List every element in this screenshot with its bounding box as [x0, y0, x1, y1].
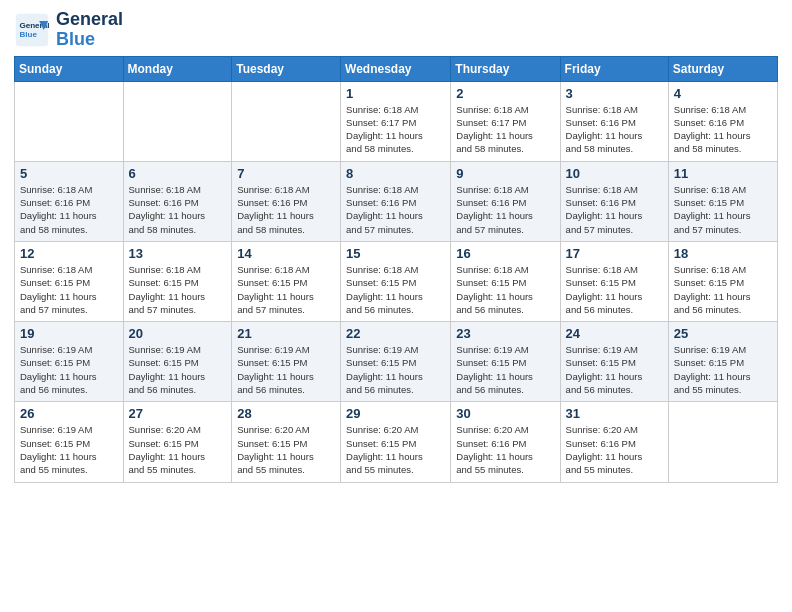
day-info: Sunrise: 6:18 AM Sunset: 6:16 PM Dayligh…: [566, 103, 663, 156]
calendar-week-3: 12Sunrise: 6:18 AM Sunset: 6:15 PM Dayli…: [15, 241, 778, 321]
day-info: Sunrise: 6:19 AM Sunset: 6:15 PM Dayligh…: [346, 343, 445, 396]
calendar: SundayMondayTuesdayWednesdayThursdayFrid…: [14, 56, 778, 483]
calendar-cell: 13Sunrise: 6:18 AM Sunset: 6:15 PM Dayli…: [123, 241, 232, 321]
day-info: Sunrise: 6:18 AM Sunset: 6:16 PM Dayligh…: [237, 183, 335, 236]
day-number: 24: [566, 326, 663, 341]
day-info: Sunrise: 6:19 AM Sunset: 6:15 PM Dayligh…: [20, 343, 118, 396]
calendar-cell: 12Sunrise: 6:18 AM Sunset: 6:15 PM Dayli…: [15, 241, 124, 321]
calendar-cell: 5Sunrise: 6:18 AM Sunset: 6:16 PM Daylig…: [15, 161, 124, 241]
calendar-cell: 2Sunrise: 6:18 AM Sunset: 6:17 PM Daylig…: [451, 81, 560, 161]
day-info: Sunrise: 6:18 AM Sunset: 6:16 PM Dayligh…: [674, 103, 772, 156]
day-info: Sunrise: 6:18 AM Sunset: 6:15 PM Dayligh…: [346, 263, 445, 316]
day-number: 28: [237, 406, 335, 421]
calendar-cell: 3Sunrise: 6:18 AM Sunset: 6:16 PM Daylig…: [560, 81, 668, 161]
calendar-header-row: SundayMondayTuesdayWednesdayThursdayFrid…: [15, 56, 778, 81]
calendar-cell: 15Sunrise: 6:18 AM Sunset: 6:15 PM Dayli…: [341, 241, 451, 321]
day-number: 8: [346, 166, 445, 181]
day-info: Sunrise: 6:18 AM Sunset: 6:15 PM Dayligh…: [456, 263, 554, 316]
day-number: 31: [566, 406, 663, 421]
day-number: 3: [566, 86, 663, 101]
day-number: 17: [566, 246, 663, 261]
day-number: 14: [237, 246, 335, 261]
day-number: 11: [674, 166, 772, 181]
weekday-header-tuesday: Tuesday: [232, 56, 341, 81]
weekday-header-friday: Friday: [560, 56, 668, 81]
calendar-cell: 14Sunrise: 6:18 AM Sunset: 6:15 PM Dayli…: [232, 241, 341, 321]
calendar-cell: 31Sunrise: 6:20 AM Sunset: 6:16 PM Dayli…: [560, 402, 668, 482]
calendar-cell: [15, 81, 124, 161]
day-info: Sunrise: 6:19 AM Sunset: 6:15 PM Dayligh…: [456, 343, 554, 396]
calendar-cell: 29Sunrise: 6:20 AM Sunset: 6:15 PM Dayli…: [341, 402, 451, 482]
day-number: 15: [346, 246, 445, 261]
calendar-cell: 18Sunrise: 6:18 AM Sunset: 6:15 PM Dayli…: [668, 241, 777, 321]
day-info: Sunrise: 6:19 AM Sunset: 6:15 PM Dayligh…: [20, 423, 118, 476]
day-info: Sunrise: 6:20 AM Sunset: 6:16 PM Dayligh…: [456, 423, 554, 476]
day-info: Sunrise: 6:19 AM Sunset: 6:15 PM Dayligh…: [237, 343, 335, 396]
calendar-cell: 25Sunrise: 6:19 AM Sunset: 6:15 PM Dayli…: [668, 322, 777, 402]
calendar-cell: 4Sunrise: 6:18 AM Sunset: 6:16 PM Daylig…: [668, 81, 777, 161]
day-number: 18: [674, 246, 772, 261]
day-info: Sunrise: 6:18 AM Sunset: 6:15 PM Dayligh…: [20, 263, 118, 316]
logo-icon: General Blue: [14, 12, 50, 48]
day-number: 4: [674, 86, 772, 101]
calendar-cell: [232, 81, 341, 161]
calendar-cell: 8Sunrise: 6:18 AM Sunset: 6:16 PM Daylig…: [341, 161, 451, 241]
day-info: Sunrise: 6:18 AM Sunset: 6:15 PM Dayligh…: [237, 263, 335, 316]
calendar-cell: 16Sunrise: 6:18 AM Sunset: 6:15 PM Dayli…: [451, 241, 560, 321]
calendar-cell: 10Sunrise: 6:18 AM Sunset: 6:16 PM Dayli…: [560, 161, 668, 241]
day-info: Sunrise: 6:18 AM Sunset: 6:17 PM Dayligh…: [346, 103, 445, 156]
day-number: 30: [456, 406, 554, 421]
day-info: Sunrise: 6:18 AM Sunset: 6:16 PM Dayligh…: [20, 183, 118, 236]
weekday-header-thursday: Thursday: [451, 56, 560, 81]
calendar-cell: [668, 402, 777, 482]
weekday-header-sunday: Sunday: [15, 56, 124, 81]
calendar-cell: 27Sunrise: 6:20 AM Sunset: 6:15 PM Dayli…: [123, 402, 232, 482]
weekday-header-wednesday: Wednesday: [341, 56, 451, 81]
day-number: 21: [237, 326, 335, 341]
day-info: Sunrise: 6:20 AM Sunset: 6:16 PM Dayligh…: [566, 423, 663, 476]
calendar-cell: 22Sunrise: 6:19 AM Sunset: 6:15 PM Dayli…: [341, 322, 451, 402]
day-info: Sunrise: 6:18 AM Sunset: 6:16 PM Dayligh…: [456, 183, 554, 236]
day-number: 26: [20, 406, 118, 421]
logo: General Blue GeneralBlue: [14, 10, 123, 50]
calendar-cell: 11Sunrise: 6:18 AM Sunset: 6:15 PM Dayli…: [668, 161, 777, 241]
weekday-header-saturday: Saturday: [668, 56, 777, 81]
day-number: 10: [566, 166, 663, 181]
day-number: 19: [20, 326, 118, 341]
calendar-cell: 28Sunrise: 6:20 AM Sunset: 6:15 PM Dayli…: [232, 402, 341, 482]
header: General Blue GeneralBlue: [14, 10, 778, 50]
day-info: Sunrise: 6:18 AM Sunset: 6:15 PM Dayligh…: [674, 263, 772, 316]
day-info: Sunrise: 6:18 AM Sunset: 6:15 PM Dayligh…: [566, 263, 663, 316]
calendar-week-5: 26Sunrise: 6:19 AM Sunset: 6:15 PM Dayli…: [15, 402, 778, 482]
day-number: 9: [456, 166, 554, 181]
calendar-week-1: 1Sunrise: 6:18 AM Sunset: 6:17 PM Daylig…: [15, 81, 778, 161]
day-number: 25: [674, 326, 772, 341]
day-number: 29: [346, 406, 445, 421]
day-info: Sunrise: 6:18 AM Sunset: 6:15 PM Dayligh…: [129, 263, 227, 316]
calendar-cell: 1Sunrise: 6:18 AM Sunset: 6:17 PM Daylig…: [341, 81, 451, 161]
calendar-cell: 26Sunrise: 6:19 AM Sunset: 6:15 PM Dayli…: [15, 402, 124, 482]
day-number: 20: [129, 326, 227, 341]
day-info: Sunrise: 6:18 AM Sunset: 6:15 PM Dayligh…: [674, 183, 772, 236]
calendar-week-4: 19Sunrise: 6:19 AM Sunset: 6:15 PM Dayli…: [15, 322, 778, 402]
calendar-cell: 6Sunrise: 6:18 AM Sunset: 6:16 PM Daylig…: [123, 161, 232, 241]
calendar-cell: 7Sunrise: 6:18 AM Sunset: 6:16 PM Daylig…: [232, 161, 341, 241]
day-info: Sunrise: 6:18 AM Sunset: 6:16 PM Dayligh…: [346, 183, 445, 236]
day-info: Sunrise: 6:20 AM Sunset: 6:15 PM Dayligh…: [129, 423, 227, 476]
weekday-header-monday: Monday: [123, 56, 232, 81]
day-number: 16: [456, 246, 554, 261]
day-number: 22: [346, 326, 445, 341]
day-info: Sunrise: 6:20 AM Sunset: 6:15 PM Dayligh…: [237, 423, 335, 476]
day-number: 12: [20, 246, 118, 261]
day-info: Sunrise: 6:18 AM Sunset: 6:17 PM Dayligh…: [456, 103, 554, 156]
day-number: 1: [346, 86, 445, 101]
calendar-cell: 17Sunrise: 6:18 AM Sunset: 6:15 PM Dayli…: [560, 241, 668, 321]
calendar-cell: 30Sunrise: 6:20 AM Sunset: 6:16 PM Dayli…: [451, 402, 560, 482]
calendar-cell: 9Sunrise: 6:18 AM Sunset: 6:16 PM Daylig…: [451, 161, 560, 241]
day-number: 2: [456, 86, 554, 101]
day-info: Sunrise: 6:19 AM Sunset: 6:15 PM Dayligh…: [566, 343, 663, 396]
calendar-week-2: 5Sunrise: 6:18 AM Sunset: 6:16 PM Daylig…: [15, 161, 778, 241]
calendar-cell: 23Sunrise: 6:19 AM Sunset: 6:15 PM Dayli…: [451, 322, 560, 402]
day-number: 13: [129, 246, 227, 261]
logo-text: GeneralBlue: [56, 10, 123, 50]
